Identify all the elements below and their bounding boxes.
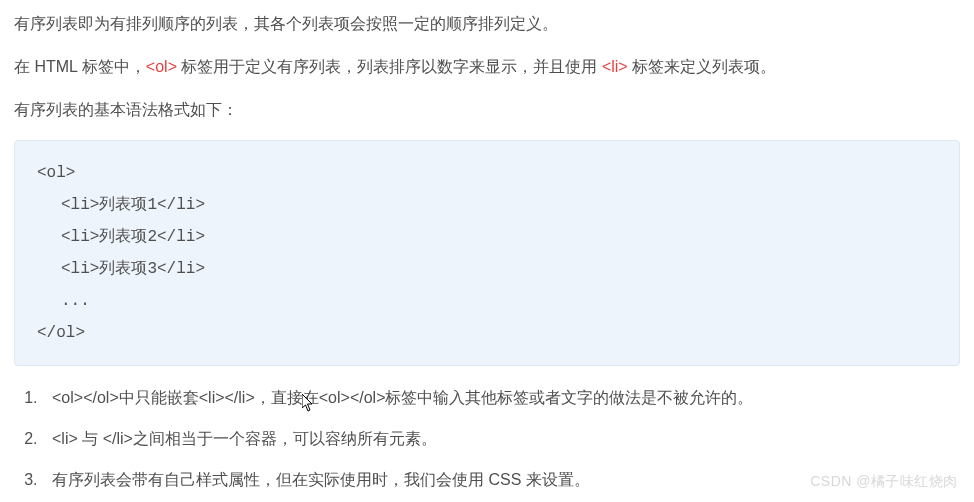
li-tag-red: <li> [602, 58, 628, 75]
note-item-1: <ol></ol>中只能嵌套<li></li>，直接在<ol></ol>标签中输… [42, 384, 960, 411]
para2-middle: 标签用于定义有序列表，列表排序以数字来显示，并且使用 [177, 58, 602, 75]
paragraph-tags: 在 HTML 标签中，<ol> 标签用于定义有序列表，列表排序以数字来显示，并且… [14, 53, 960, 80]
code-block: <ol> <li>列表项1</li><li>列表项2</li><li>列表项3<… [14, 140, 960, 366]
para2-before: 在 HTML 标签中， [14, 58, 146, 75]
para1-text: 有序列表即为有排列顺序的列表，其各个列表项会按照一定的顺序排列定义。 [14, 15, 558, 32]
paragraph-intro: 有序列表即为有排列顺序的列表，其各个列表项会按照一定的顺序排列定义。 [14, 10, 960, 37]
code-line-5: ... [37, 285, 937, 317]
note-3-text: 有序列表会带有自己样式属性，但在实际使用时，我们会使用 CSS 来设置。 [52, 471, 590, 488]
code-line-3: <li>列表项2</li> [37, 221, 937, 253]
watermark: CSDN @橘子味红烧肉 [810, 470, 958, 494]
ol-tag-red: <ol> [146, 58, 177, 75]
code-line-2: <li>列表项1</li> [37, 189, 937, 221]
note-item-2: <li> 与 </li>之间相当于一个容器，可以容纳所有元素。 [42, 425, 960, 452]
paragraph-syntax-label: 有序列表的基本语法格式如下： [14, 96, 960, 123]
code-line-4: <li>列表项3</li> [37, 253, 937, 285]
code-line-6: </ol> [37, 324, 85, 342]
note-1-text: <ol></ol>中只能嵌套<li></li>，直接在<ol></ol>标签中输… [52, 389, 754, 406]
para3-text: 有序列表的基本语法格式如下： [14, 101, 238, 118]
note-2-text: <li> 与 </li>之间相当于一个容器，可以容纳所有元素。 [52, 430, 437, 447]
code-line-1: <ol> [37, 164, 75, 182]
para2-after: 标签来定义列表项。 [628, 58, 776, 75]
